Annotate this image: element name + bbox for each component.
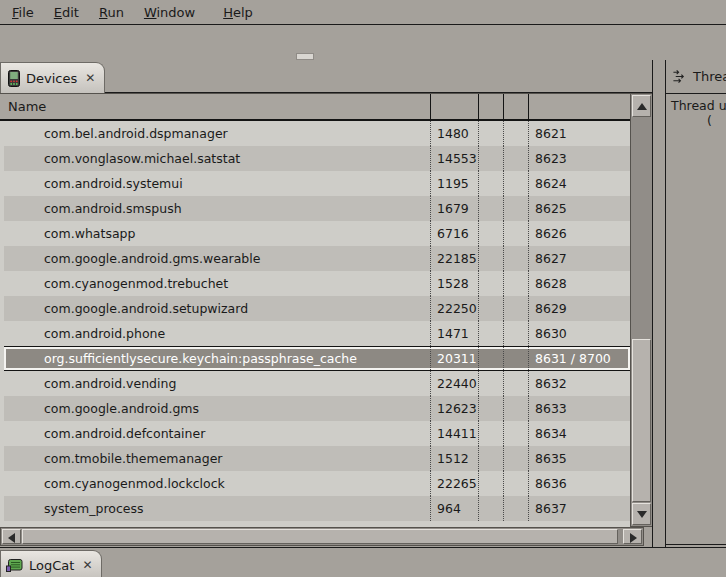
process-pid: 1679 xyxy=(430,196,478,221)
process-pid: 14553 xyxy=(430,146,478,171)
process-name: com.cyanogenmod.trebuchet xyxy=(4,271,430,296)
process-port: 8624 xyxy=(528,171,630,196)
table-row-selected[interactable]: org.sufficientlysecure.keychain:passphra… xyxy=(4,346,630,371)
process-pid: 1195 xyxy=(430,171,478,196)
process-table: com.bel.android.dspmanager 1480 8621 com… xyxy=(0,121,630,527)
threads-icon xyxy=(672,69,687,84)
devices-tabbar: Devices ✕ xyxy=(0,60,653,93)
process-port: 8637 xyxy=(528,496,630,521)
process-port: 8626 xyxy=(528,221,630,246)
process-port: 8632 xyxy=(528,371,630,396)
threads-panel: Threads Thread up ( xyxy=(665,60,726,547)
tab-threads-label: Threads xyxy=(693,69,726,84)
horizontal-scroll-thumb[interactable] xyxy=(22,529,618,544)
menu-help[interactable]: Help xyxy=(213,3,263,22)
table-row[interactable]: com.android.vending 22440 8632 xyxy=(4,371,630,396)
process-pid: 22265 xyxy=(430,471,478,496)
column-header-port[interactable] xyxy=(528,94,630,119)
process-pid: 1471 xyxy=(430,321,478,346)
table-row[interactable]: com.bel.android.dspmanager 1480 8621 xyxy=(4,121,630,146)
process-name: com.tmobile.thememanager xyxy=(4,446,430,471)
table-row[interactable]: com.tmobile.thememanager 1512 8635 xyxy=(4,446,630,471)
process-name: com.whatsapp xyxy=(4,221,430,246)
table-row[interactable]: com.cyanogenmod.lockclock 22265 8636 xyxy=(4,471,630,496)
column-header-4[interactable] xyxy=(503,94,528,119)
threads-message-line2: ( xyxy=(707,113,726,128)
logcat-icon xyxy=(6,558,23,573)
table-row[interactable]: com.android.smspush 1679 8625 xyxy=(4,196,630,221)
table-row[interactable]: com.android.phone 1471 8630 xyxy=(4,321,630,346)
sash-handle[interactable] xyxy=(296,53,314,60)
process-name: com.android.phone xyxy=(4,321,430,346)
process-name: com.google.android.setupwizard xyxy=(4,296,430,321)
table-row[interactable]: com.vonglasow.michael.satstat 14553 8623 xyxy=(4,146,630,171)
tab-devices-label: Devices xyxy=(26,71,77,86)
process-name: com.vonglasow.michael.satstat xyxy=(4,146,430,171)
close-icon[interactable]: ✕ xyxy=(83,71,95,85)
threads-message: Thread up ( xyxy=(666,93,726,545)
scroll-down-button[interactable] xyxy=(632,503,651,525)
column-header-3[interactable] xyxy=(478,94,503,119)
process-port: 8623 xyxy=(528,146,630,171)
column-header-pid[interactable] xyxy=(430,94,478,119)
process-pid: 6716 xyxy=(430,221,478,246)
process-pid: 14411 xyxy=(430,421,478,446)
table-row[interactable]: com.whatsapp 6716 8626 xyxy=(4,221,630,246)
process-name: com.android.defcontainer xyxy=(4,421,430,446)
column-header-name[interactable]: Name xyxy=(0,94,430,119)
table-header: Name xyxy=(0,93,630,121)
process-name: com.google.android.gms xyxy=(4,396,430,421)
tab-logcat[interactable]: LogCat ✕ xyxy=(0,550,102,577)
table-row[interactable]: com.google.android.gms.wearable 22185 86… xyxy=(4,246,630,271)
menu-edit[interactable]: Edit xyxy=(44,3,89,22)
close-icon[interactable]: ✕ xyxy=(80,558,92,572)
process-name: com.android.systemui xyxy=(4,171,430,196)
process-name: org.sufficientlysecure.keychain:passphra… xyxy=(4,347,430,370)
table-row[interactable]: com.android.systemui 1195 8624 xyxy=(4,171,630,196)
toolbar-strip xyxy=(0,25,726,60)
tab-logcat-label: LogCat xyxy=(29,558,74,573)
process-pid: 20311 xyxy=(430,347,478,370)
process-pid: 22440 xyxy=(430,371,478,396)
device-phone-icon xyxy=(8,70,20,87)
process-name: com.android.vending xyxy=(4,371,430,396)
process-port: 8629 xyxy=(528,296,630,321)
table-row[interactable]: system_process 964 8637 xyxy=(4,496,630,521)
vertical-scrollbar[interactable] xyxy=(630,93,653,527)
menu-window[interactable]: Window xyxy=(134,3,205,22)
process-name: com.bel.android.dspmanager xyxy=(4,121,430,146)
process-port: 8628 xyxy=(528,271,630,296)
process-port: 8621 xyxy=(528,121,630,146)
menu-file[interactable]: File xyxy=(2,3,44,22)
process-pid: 12623 xyxy=(430,396,478,421)
scroll-left-button[interactable] xyxy=(2,529,21,544)
process-pid: 964 xyxy=(430,496,478,521)
process-port: 8630 xyxy=(528,321,630,346)
table-row[interactable]: com.android.defcontainer 14411 8634 xyxy=(4,421,630,446)
menu-bar: File Edit Run Window Help xyxy=(0,0,726,25)
scroll-up-button[interactable] xyxy=(632,95,651,117)
horizontal-scrollbar[interactable] xyxy=(0,527,644,546)
table-row[interactable]: com.google.android.gms 12623 8633 xyxy=(4,396,630,421)
table-row[interactable]: com.google.android.setupwizard 22250 862… xyxy=(4,296,630,321)
process-pid: 22250 xyxy=(430,296,478,321)
scroll-right-button[interactable] xyxy=(623,529,642,544)
process-port: 8634 xyxy=(528,421,630,446)
process-name: com.google.android.gms.wearable xyxy=(4,246,430,271)
process-pid: 1528 xyxy=(430,271,478,296)
tab-devices[interactable]: Devices ✕ xyxy=(0,62,105,93)
table-row[interactable]: com.cyanogenmod.trebuchet 1528 8628 xyxy=(4,271,630,296)
process-name: com.cyanogenmod.lockclock xyxy=(4,471,430,496)
process-pid: 1480 xyxy=(430,121,478,146)
menu-run[interactable]: Run xyxy=(89,3,134,22)
process-port: 8627 xyxy=(528,246,630,271)
process-port: 8633 xyxy=(528,396,630,421)
process-port: 8625 xyxy=(528,196,630,221)
panel-divider[interactable] xyxy=(652,60,653,547)
tab-threads[interactable]: Threads xyxy=(666,60,726,93)
vertical-scroll-thumb[interactable] xyxy=(632,339,651,502)
process-port: 8635 xyxy=(528,446,630,471)
process-pid: 22185 xyxy=(430,246,478,271)
process-port: 8631 / 8700 xyxy=(528,347,630,370)
process-pid: 1512 xyxy=(430,446,478,471)
